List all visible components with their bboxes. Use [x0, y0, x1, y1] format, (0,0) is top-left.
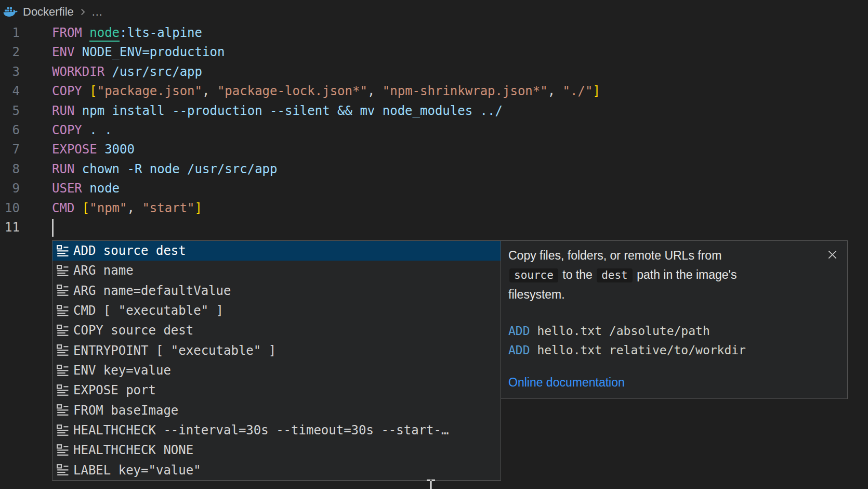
code-token: "start"	[142, 201, 194, 215]
snippet-icon	[56, 324, 69, 337]
breadcrumb-ellipsis[interactable]: …	[91, 5, 103, 19]
code-token: COPY	[52, 84, 89, 98]
description-text: Copy files, folders, or remote URLs from	[508, 249, 721, 262]
description-text: to the	[559, 268, 596, 281]
code-token: USER	[52, 181, 89, 196]
suggestion-healthcheck[interactable]: HEALTHCHECK --interval=30s --timeout=30s…	[52, 420, 501, 440]
code-line-10[interactable]: CMD ["npm", "start"]	[52, 199, 600, 218]
docker-whale-icon	[3, 6, 18, 18]
suggestion-healthcheck[interactable]: HEALTHCHECK NONE	[52, 440, 501, 460]
code-token: "./"	[563, 84, 593, 98]
suggestion-label: EXPOSE port	[73, 383, 156, 397]
example-line: ADD hello.txt /absolute/path	[508, 321, 837, 341]
snippet-icon	[56, 344, 69, 357]
line-number-2: 2	[0, 43, 20, 62]
mouse-ibeam-cursor	[424, 479, 438, 489]
line-number-5: 5	[0, 101, 20, 121]
suggestion-label: LABEL key="value"	[73, 463, 201, 478]
code-token: "package.json"	[97, 84, 202, 98]
example-token: ADD	[508, 324, 530, 338]
code-line-9[interactable]: USER node	[52, 179, 600, 198]
suggestion-env[interactable]: ENV key=value	[52, 361, 501, 380]
example-token: hello.txt /absolute/path	[530, 324, 710, 338]
code-token: ]	[593, 84, 600, 98]
suggestion-label: ENTRYPOINT [ "executable" ]	[73, 343, 276, 358]
code-token: 3000	[104, 142, 135, 157]
snippet-icon	[56, 284, 69, 297]
line-number-7: 7	[0, 140, 20, 159]
suggestion-label: HEALTHCHECK --interval=30s --timeout=30s…	[73, 423, 449, 437]
line-number-1: 1	[0, 23, 20, 43]
line-number-10: 10	[0, 199, 20, 218]
code-token: FROM	[52, 25, 89, 40]
code-token: ]	[195, 201, 202, 215]
code-token: "package-lock.json*"	[217, 84, 367, 98]
suggestion-label: FROM baseImage	[73, 403, 178, 418]
snippet-icon	[56, 384, 69, 397]
code-line-8[interactable]: RUN chown -R node /usr/src/app	[52, 160, 600, 179]
code-line-4[interactable]: COPY ["package.json", "package-lock.json…	[52, 82, 600, 101]
code-token: ,	[202, 84, 217, 98]
snippet-icon	[56, 464, 69, 477]
code-token: node	[89, 25, 120, 42]
line-number-6: 6	[0, 121, 20, 140]
code-token: EXPOSE	[52, 142, 104, 157]
suggestion-cmd[interactable]: CMD [ "executable" ]	[52, 301, 501, 320]
suggestion-label[interactable]: LABEL key="value"	[52, 460, 501, 480]
example-token: ADD	[508, 343, 530, 357]
suggestion-arg[interactable]: ARG name	[52, 261, 501, 280]
close-icon[interactable]	[826, 248, 839, 261]
line-number-4: 4	[0, 82, 20, 101]
code-token: "npm"	[89, 201, 127, 215]
suggestion-add[interactable]: ADD source dest	[52, 241, 501, 261]
inline-code: dest	[597, 268, 633, 282]
example-token: hello.txt relative/to/workdir	[530, 343, 746, 357]
docs-examples: ADD hello.txt /absolute/pathADD hello.tx…	[508, 321, 837, 360]
suggestion-expose[interactable]: EXPOSE port	[52, 380, 501, 400]
snippet-icon	[56, 444, 69, 457]
code-line-2[interactable]: ENV NODE_ENV=production	[52, 43, 600, 62]
code-area[interactable]: FROM node:lts-alpineENV NODE_ENV=product…	[52, 23, 600, 237]
code-line-3[interactable]: WORKDIR /usr/src/app	[52, 62, 600, 82]
code-token: [	[82, 201, 89, 215]
snippet-icon	[56, 424, 69, 437]
snippet-icon	[56, 304, 69, 317]
suggestion-from[interactable]: FROM baseImage	[52, 401, 501, 420]
code-line-1[interactable]: FROM node:lts-alpine	[52, 23, 600, 43]
breadcrumb-file[interactable]: Dockerfile	[23, 5, 74, 19]
chevron-right-icon	[78, 7, 87, 17]
code-token: [	[89, 84, 97, 98]
suggestion-arg[interactable]: ARG name=defaultValue	[52, 281, 501, 301]
code-token: node	[89, 181, 120, 196]
suggestion-copy[interactable]: COPY source dest	[52, 320, 501, 340]
snippet-icon	[56, 364, 69, 377]
line-number-9: 9	[0, 179, 20, 198]
gutter: 1234567891011	[0, 23, 20, 237]
code-token: COPY	[52, 123, 89, 137]
line-number-3: 3	[0, 62, 20, 82]
snippet-icon	[56, 244, 69, 258]
code-line-11[interactable]	[52, 218, 600, 237]
online-documentation-link[interactable]: Online documentation	[508, 376, 625, 390]
code-token: ,	[548, 84, 563, 98]
suggestion-entrypoint[interactable]: ENTRYPOINT [ "executable" ]	[52, 341, 501, 361]
suggestion-label: ADD source dest	[73, 243, 186, 258]
line-number-11: 11	[0, 218, 20, 237]
code-token: WORKDIR	[52, 65, 112, 79]
code-line-6[interactable]: COPY . .	[52, 121, 600, 140]
code-token: . .	[89, 123, 112, 137]
docs-description: Copy files, folders, or remote URLs from…	[508, 246, 771, 304]
code-token: CMD	[52, 201, 82, 215]
suggestion-label: ARG name	[73, 263, 134, 278]
suggestion-label: HEALTHCHECK NONE	[73, 443, 193, 457]
code-token: chown -R node /usr/src/app	[82, 162, 278, 176]
suggest-docs-panel: Copy files, folders, or remote URLs from…	[501, 240, 848, 399]
suggest-list: ADD source destARG nameARG name=defaultV…	[52, 240, 501, 481]
example-line: ADD hello.txt relative/to/workdir	[508, 341, 837, 360]
code-line-5[interactable]: RUN npm install --production --silent &&…	[52, 101, 600, 121]
vscode-window: Dockerfile … 1234567891011 FROM node:lts…	[0, 0, 868, 489]
code-token: /usr/src/app	[112, 65, 202, 79]
code-line-7[interactable]: EXPOSE 3000	[52, 140, 600, 159]
text-caret	[52, 219, 54, 237]
code-token: NODE_ENV=production	[82, 45, 225, 59]
